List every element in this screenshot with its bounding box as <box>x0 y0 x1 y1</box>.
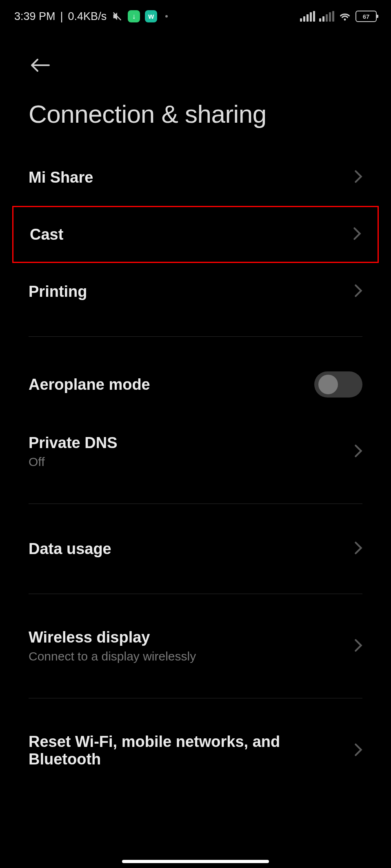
mute-icon <box>111 11 123 22</box>
toggle-knob-icon <box>318 375 338 394</box>
status-bar: 3:39 PM | 0.4KB/s ↓ w <box>0 0 391 33</box>
w-app-icon: w <box>145 10 157 22</box>
setting-label: Printing <box>29 283 87 300</box>
status-time: 3:39 PM <box>14 10 56 23</box>
back-button[interactable] <box>29 57 362 75</box>
chevron-right-icon <box>354 541 362 557</box>
arrow-left-icon <box>29 57 51 73</box>
setting-value: Off <box>29 455 118 469</box>
divider <box>29 698 362 698</box>
setting-label: Mi Share <box>29 169 93 186</box>
divider <box>29 336 362 337</box>
setting-mi-share[interactable]: Mi Share <box>0 149 391 206</box>
chevron-right-icon <box>354 444 362 459</box>
chevron-right-icon <box>354 638 362 654</box>
setting-label: Aeroplane mode <box>29 376 150 393</box>
status-left: 3:39 PM | 0.4KB/s ↓ w <box>14 10 168 23</box>
setting-private-dns[interactable]: Private DNS Off <box>0 416 391 487</box>
setting-label: Reset Wi-Fi, mobile networks, and Blueto… <box>29 733 314 768</box>
setting-sublabel: Connect to a display wirelessly <box>29 649 196 663</box>
more-indicator-icon <box>165 15 168 18</box>
battery-icon: 67 <box>355 11 377 22</box>
status-right: 67 <box>300 11 377 22</box>
wifi-icon <box>338 11 351 22</box>
signal-sim1-icon <box>300 11 315 22</box>
setting-cast[interactable]: Cast <box>12 206 379 263</box>
status-data-rate: 0.4KB/s <box>68 10 107 23</box>
setting-wireless-display[interactable]: Wireless display Connect to a display wi… <box>0 610 391 682</box>
setting-aeroplane-mode[interactable]: Aeroplane mode <box>0 353 391 416</box>
header: Connection & sharing <box>0 33 391 128</box>
setting-label: Cast <box>30 226 63 243</box>
setting-data-usage[interactable]: Data usage <box>0 520 391 577</box>
setting-reset-networks[interactable]: Reset Wi-Fi, mobile networks, and Blueto… <box>0 715 391 786</box>
battery-level: 67 <box>363 13 370 20</box>
home-indicator[interactable] <box>122 860 269 863</box>
page-title: Connection & sharing <box>29 99 362 128</box>
signal-sim2-icon <box>319 11 334 22</box>
setting-label: Private DNS <box>29 434 118 452</box>
download-app-icon: ↓ <box>128 10 140 22</box>
setting-label: Data usage <box>29 540 111 558</box>
divider <box>29 594 362 594</box>
chevron-right-icon <box>354 284 362 299</box>
aeroplane-mode-toggle[interactable] <box>314 371 362 398</box>
settings-list: Mi Share Cast Printing Aeroplane mode <box>0 128 391 786</box>
chevron-right-icon <box>353 227 361 242</box>
divider <box>29 504 362 504</box>
chevron-right-icon <box>354 743 362 758</box>
separator: | <box>60 10 63 23</box>
chevron-right-icon <box>354 170 362 185</box>
setting-printing[interactable]: Printing <box>0 263 391 320</box>
setting-label: Wireless display <box>29 629 196 646</box>
